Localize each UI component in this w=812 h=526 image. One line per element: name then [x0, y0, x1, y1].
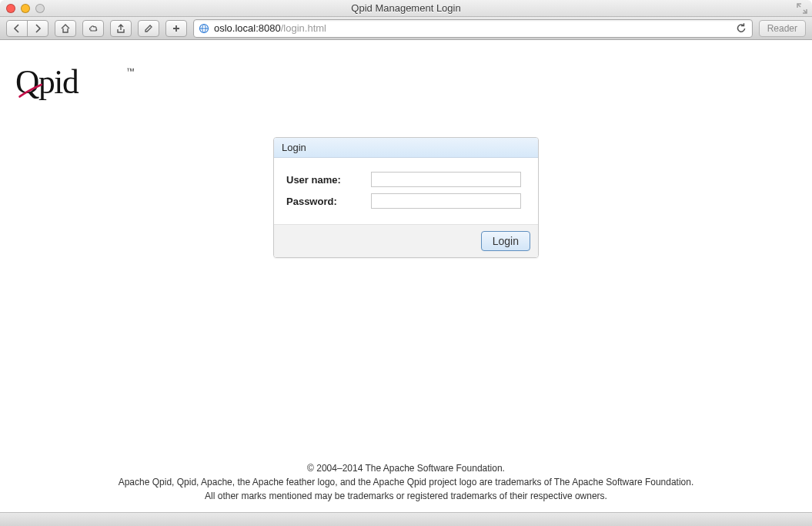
window-title: Qpid Management Login [0, 2, 812, 14]
username-input[interactable] [371, 172, 521, 187]
icloud-tabs-button[interactable] [82, 20, 104, 37]
edit-button[interactable] [138, 20, 159, 37]
footer-line-3: All other marks mentioned may be tradema… [31, 489, 781, 503]
minimize-window-button[interactable] [21, 4, 30, 13]
password-row: Password: [285, 190, 527, 212]
login-form: User name: Password: [274, 158, 538, 224]
footer-line-2: Apache Qpid, Qpid, Apache, the Apache fe… [31, 475, 781, 489]
reader-label: Reader [767, 23, 797, 34]
close-window-button[interactable] [6, 4, 15, 13]
page-footer: © 2004–2014 The Apache Software Foundati… [0, 461, 812, 503]
qpid-logo: Qpid ™ [15, 63, 812, 106]
username-row: User name: [285, 169, 527, 190]
fullscreen-icon[interactable] [797, 3, 807, 14]
svg-text:Qpid: Qpid [15, 63, 79, 100]
share-button[interactable] [110, 20, 132, 37]
login-button[interactable]: Login [481, 231, 530, 251]
url-text[interactable]: oslo.local:8080/login.html [214, 22, 730, 34]
login-footer: Login [274, 224, 538, 257]
password-input[interactable] [371, 193, 521, 209]
window-titlebar: Qpid Management Login [0, 0, 812, 17]
forward-button[interactable] [27, 20, 48, 37]
back-button[interactable] [6, 20, 28, 37]
traffic-lights [6, 4, 45, 13]
page-content: Qpid ™ Login User name: Password: Login … [0, 40, 812, 512]
reload-button[interactable] [735, 22, 747, 35]
globe-icon [199, 23, 209, 34]
login-panel: Login User name: Password: Login [273, 137, 539, 258]
browser-toolbar: oslo.local:8080/login.html Reader [0, 17, 812, 40]
nav-back-forward-group [6, 20, 48, 37]
login-panel-title: Login [274, 138, 538, 158]
url-host: oslo.local:8080 [214, 22, 281, 34]
trademark-symbol: ™ [126, 66, 135, 75]
home-button[interactable] [55, 20, 76, 37]
zoom-window-button[interactable] [35, 4, 45, 13]
reader-button[interactable]: Reader [759, 20, 806, 37]
footer-line-1: © 2004–2014 The Apache Software Foundati… [31, 461, 781, 475]
add-bookmark-button[interactable] [165, 20, 187, 37]
password-label: Password: [285, 190, 369, 212]
qpid-logo-svg: Qpid [15, 63, 123, 106]
window-bottom-edge [0, 512, 812, 526]
username-label: User name: [285, 169, 369, 190]
url-path: /login.html [281, 22, 326, 34]
address-bar[interactable]: oslo.local:8080/login.html [193, 19, 753, 38]
